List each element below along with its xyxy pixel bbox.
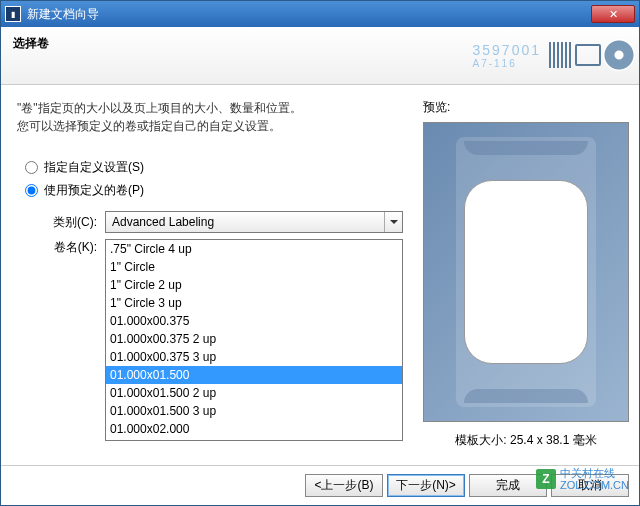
stock-label: 卷名(K): (45, 239, 105, 256)
instruction-line: 您可以选择预定义的卷或指定自己的自定义设置。 (17, 117, 403, 135)
back-button[interactable]: <上一步(B) (305, 474, 383, 497)
template-size: 模板大小: 25.4 x 38.1 毫米 (423, 432, 629, 449)
stock-list-item[interactable]: 01.000x00.375 2 up (106, 330, 402, 348)
template-size-value: 25.4 x 38.1 毫米 (510, 433, 597, 447)
stock-list-item[interactable]: 1" Circle (106, 258, 402, 276)
next-button[interactable]: 下一步(N)> (387, 474, 465, 497)
stock-list-item[interactable]: .75" Circle 4 up (106, 240, 402, 258)
preview-area (423, 122, 629, 422)
label-carrier (456, 137, 596, 407)
label-preview-shape (464, 180, 588, 364)
dialog-window: ▮ 新建文档向导 ✕ 选择卷 3597001 A7-116 "卷"指定页的大小以… (0, 0, 640, 506)
decor-number: 3597001 (472, 42, 541, 58)
disc-icon (603, 39, 635, 71)
finish-button[interactable]: 完成 (469, 474, 547, 497)
decor-code: A7-116 (472, 58, 541, 69)
stock-list-item[interactable]: 01.000x01.500 2 up (106, 384, 402, 402)
wizard-body: "卷"指定页的大小以及页上项目的大小、数量和位置。 您可以选择预定义的卷或指定自… (1, 85, 639, 465)
wizard-footer: <上一步(B) 下一步(N)> 完成 取消 Z 中关村在线 ZOL.COM.CN (1, 465, 639, 505)
instruction-line: "卷"指定页的大小以及页上项目的大小、数量和位置。 (17, 99, 403, 117)
stock-list-item[interactable]: 01.000x02.000 (106, 420, 402, 438)
category-combobox[interactable]: Advanced Labeling (105, 211, 403, 233)
titlebar: ▮ 新建文档向导 ✕ (1, 1, 639, 27)
wizard-step-title: 选择卷 (13, 35, 49, 52)
category-value: Advanced Labeling (112, 215, 214, 229)
left-panel: "卷"指定页的大小以及页上项目的大小、数量和位置。 您可以选择预定义的卷或指定自… (17, 99, 403, 455)
stock-list-item[interactable]: 1" Circle 2 up (106, 276, 402, 294)
preview-label: 预览: (423, 99, 629, 116)
predefined-stock-label[interactable]: 使用预定义的卷(P) (44, 182, 144, 199)
wizard-header: 选择卷 3597001 A7-116 (1, 27, 639, 85)
chevron-down-icon (384, 212, 402, 232)
stock-listbox[interactable]: .75" Circle 4 up1" Circle1" Circle 2 up1… (105, 239, 403, 441)
stock-list-item[interactable]: 1" Circle 3 up (106, 294, 402, 312)
header-decoration: 3597001 A7-116 (435, 29, 635, 81)
stock-list-item[interactable]: 01.000x01.500 3 up (106, 402, 402, 420)
instructions: "卷"指定页的大小以及页上项目的大小、数量和位置。 您可以选择预定义的卷或指定自… (17, 99, 403, 135)
predefined-stock-radio[interactable] (25, 184, 38, 197)
category-label: 类别(C): (45, 214, 105, 231)
stock-list-item[interactable]: 01.000x00.375 (106, 312, 402, 330)
stock-list-item[interactable]: 01.000x00.375 3 up (106, 348, 402, 366)
close-icon: ✕ (609, 8, 618, 21)
settings-radio-group: 指定自定义设置(S) 使用预定义的卷(P) (25, 159, 403, 199)
close-button[interactable]: ✕ (591, 5, 635, 23)
barcode-icon (549, 42, 573, 68)
template-size-label: 模板大小: (455, 433, 506, 447)
tag-icon (575, 44, 601, 66)
right-panel: 预览: 模板大小: 25.4 x 38.1 毫米 (423, 99, 629, 455)
custom-settings-label[interactable]: 指定自定义设置(S) (44, 159, 144, 176)
stock-list-item[interactable]: 01.000x01.500 (106, 366, 402, 384)
custom-settings-radio[interactable] (25, 161, 38, 174)
app-icon: ▮ (5, 6, 21, 22)
cancel-button[interactable]: 取消 (551, 474, 629, 497)
window-title: 新建文档向导 (27, 6, 591, 23)
